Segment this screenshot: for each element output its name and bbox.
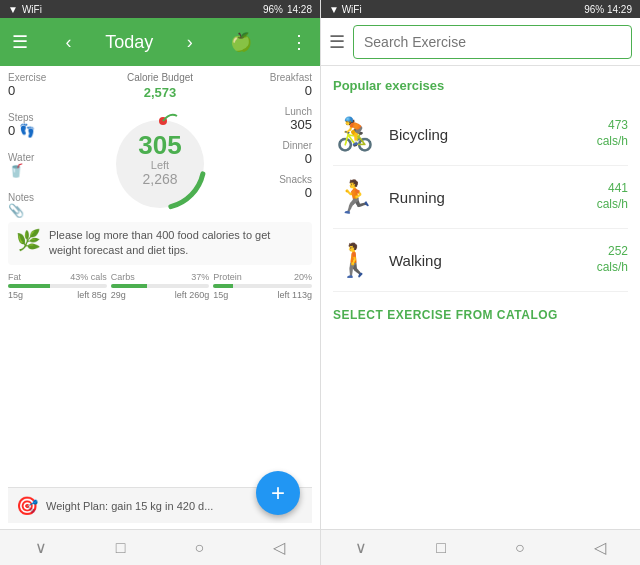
carbs-pct: 37% [191, 272, 209, 282]
carbs-label: Carbs [111, 272, 135, 282]
fat-amount: 15g [8, 290, 23, 300]
lunch-stat[interactable]: Lunch 305 [285, 106, 312, 132]
breakfast-label: Breakfast [270, 72, 312, 83]
snacks-stat[interactable]: Snacks 0 [279, 174, 312, 200]
protein-macro: Protein 20% 15g left 113g [213, 272, 312, 300]
running-cals: 441 cals/h [597, 181, 628, 212]
forward-icon: › [187, 32, 193, 53]
carbs-left: left 260g [175, 290, 210, 300]
fat-label: Fat [8, 272, 21, 282]
right-chevron-icon: ∨ [355, 539, 367, 556]
fat-pct: 43% cals [70, 272, 107, 282]
protein-amount: 15g [213, 290, 228, 300]
bicycling-name: Bicycling [389, 126, 585, 143]
dinner-stat[interactable]: Dinner 0 [283, 140, 312, 166]
back-icon: ‹ [66, 32, 72, 53]
calories-left: 2,268 [138, 171, 181, 187]
exercise-stat[interactable]: Exercise 0 [8, 72, 73, 98]
dinner-value: 0 [305, 151, 312, 166]
running-icon: 🏃 [333, 178, 377, 216]
carbs-bar-fill [111, 284, 148, 288]
water-stat[interactable]: Water 🥤 [8, 152, 73, 178]
right-signal-icon: ▼ WiFi [329, 4, 362, 15]
right-top-bar: ☰ [321, 18, 640, 66]
battery-level: 96% [263, 4, 283, 15]
main-content: Exercise 0 Steps 0 👣 Water 🥤 [0, 66, 320, 529]
steps-value: 0 👣 [8, 123, 73, 138]
status-time: 14:28 [287, 4, 312, 15]
steps-stat[interactable]: Steps 0 👣 [8, 112, 73, 138]
calorie-budget-value: 2,573 [127, 85, 193, 100]
nav-circle-button[interactable]: ○ [183, 533, 217, 563]
left-label: Left [138, 159, 181, 171]
lunch-label: Lunch [285, 106, 312, 117]
breakfast-stat[interactable]: Breakfast 0 [270, 72, 312, 98]
notes-icon: 📎 [8, 203, 73, 218]
calories-consumed: 305 [138, 131, 181, 160]
forward-button[interactable]: › [183, 28, 197, 57]
chevron-down-icon: ∨ [35, 539, 47, 556]
right-circle-icon: ○ [515, 539, 525, 556]
right-nav-back-button[interactable]: ◁ [582, 532, 618, 563]
message-icon: 🌿 [16, 228, 41, 252]
right-status-right: 96% 14:29 [584, 4, 632, 15]
bottom-bar: 🎯 Weight Plan: gain 15 kg in 420 d... + [8, 487, 312, 523]
right-nav-square-button[interactable]: □ [424, 533, 458, 563]
notes-stat[interactable]: Notes 📎 [8, 192, 73, 218]
circle-icon: ○ [195, 539, 205, 556]
back-button[interactable]: ‹ [62, 28, 76, 57]
right-triangle-icon: ◁ [594, 539, 606, 556]
right-nav-bottom: ∨ □ ○ ◁ [321, 529, 640, 565]
steps-icon: 👣 [19, 123, 35, 138]
top-nav: ☰ ‹ Today › 🍏 ⋮ [0, 18, 320, 66]
right-square-icon: □ [436, 539, 446, 556]
right-content: Popular exercises 🚴 Bicycling 473 cals/h… [321, 66, 640, 529]
exercise-label: Exercise [8, 72, 73, 83]
message-box: 🌿 Please log more than 400 food calories… [8, 222, 312, 265]
list-item[interactable]: 🏃 Running 441 cals/h [333, 166, 628, 229]
hamburger-button[interactable]: ☰ [8, 27, 32, 57]
walking-name: Walking [389, 252, 585, 269]
fat-left: left 85g [77, 290, 107, 300]
page-title: Today [105, 32, 153, 53]
more-options-button[interactable]: ⋮ [286, 27, 312, 57]
walking-icon: 🚶 [333, 241, 377, 279]
right-nav-chevron-button[interactable]: ∨ [343, 532, 379, 563]
bicycling-cals: 473 cals/h [597, 118, 628, 149]
protein-pct: 20% [294, 272, 312, 282]
lunch-value: 305 [290, 117, 312, 132]
left-panel: ▼ WiFi 96% 14:28 ☰ ‹ Today › 🍏 ⋮ [0, 0, 320, 565]
popular-exercises-title: Popular exercises [333, 78, 628, 93]
fat-macro: Fat 43% cals 15g left 85g [8, 272, 107, 300]
right-hamburger-button[interactable]: ☰ [329, 31, 345, 53]
nav-square-button[interactable]: □ [104, 533, 138, 563]
dinner-label: Dinner [283, 140, 312, 151]
nav-back-triangle-button[interactable]: ◁ [261, 532, 297, 563]
fat-bar [8, 284, 107, 288]
add-fab-button[interactable]: + [256, 471, 300, 515]
protein-bar [213, 284, 312, 288]
water-value: 🥤 [8, 163, 73, 178]
nav-chevron-button[interactable]: ∨ [23, 532, 59, 563]
list-item[interactable]: 🚴 Bicycling 473 cals/h [333, 103, 628, 166]
right-nav-circle-button[interactable]: ○ [503, 533, 537, 563]
right-hamburger-icon: ☰ [329, 32, 345, 52]
protein-bar-fill [213, 284, 233, 288]
app-icon-button[interactable]: 🍏 [226, 27, 256, 57]
app-logo-icon: 🍏 [230, 31, 252, 53]
walking-cals: 252 cals/h [597, 244, 628, 275]
macros-section: Fat 43% cals 15g left 85g Carbs 37% [8, 272, 312, 300]
running-name: Running [389, 189, 585, 206]
fat-bar-fill [8, 284, 50, 288]
notes-label: Notes [8, 192, 73, 203]
calorie-budget-label: Calorie Budget [127, 72, 193, 83]
status-left: ▼ WiFi [8, 4, 42, 15]
calorie-display: 305 Left 2,268 [105, 104, 215, 214]
right-side-stats: Breakfast 0 Lunch 305 Dinner 0 Snacks 0 [247, 72, 312, 200]
right-battery: 96% [584, 4, 604, 15]
search-input[interactable] [353, 25, 632, 59]
list-item[interactable]: 🚶 Walking 252 cals/h [333, 229, 628, 292]
left-nav-bottom: ∨ □ ○ ◁ [0, 529, 320, 565]
catalog-link-button[interactable]: SELECT EXERCISE FROM CATALOG [333, 308, 558, 322]
protein-label: Protein [213, 272, 242, 282]
